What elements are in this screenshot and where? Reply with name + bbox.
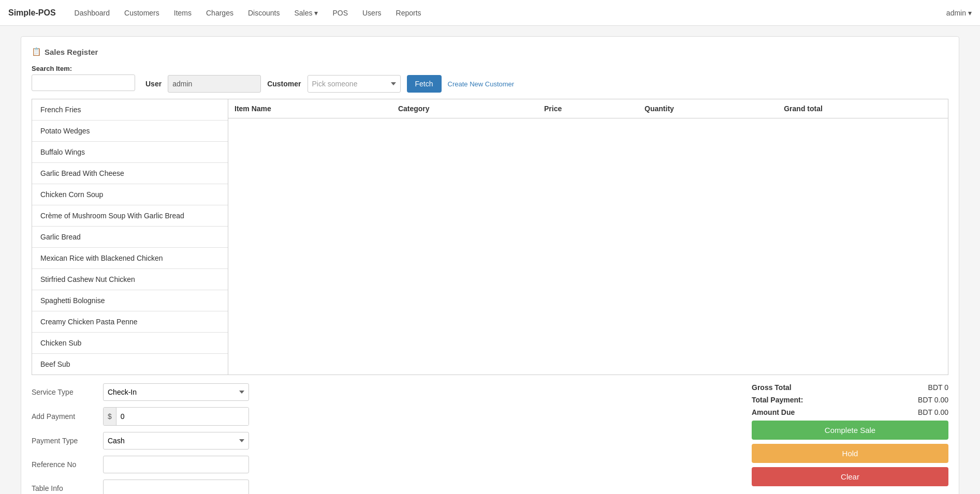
payment-amount-input[interactable]: 0 xyxy=(116,408,248,425)
total-payment-label: Total Payment: xyxy=(752,396,803,404)
brand-logo[interactable]: Simple-POS xyxy=(8,8,56,18)
list-item[interactable]: Garlic Bread xyxy=(32,227,228,248)
form-section: Service Type Check-In Take Away Delivery… xyxy=(32,383,249,494)
admin-label: admin xyxy=(946,9,966,17)
search-input[interactable] xyxy=(32,74,135,91)
nav-reports[interactable]: Reports xyxy=(390,6,428,20)
gross-total-row: Gross Total BDT 0 xyxy=(752,383,948,392)
items-table: Item Name Category Price Quantity Grand … xyxy=(228,99,948,118)
list-item[interactable]: Creamy Chicken Pasta Penne xyxy=(32,311,228,333)
total-payment-row: Total Payment: BDT 0.00 xyxy=(752,396,948,404)
payment-prefix-icon: $ xyxy=(104,408,116,425)
summary-section: Gross Total BDT 0 Total Payment: BDT 0.0… xyxy=(752,383,948,494)
col-grand-total: Grand total xyxy=(778,99,948,118)
list-item[interactable]: Stirfried Cashew Nut Chicken xyxy=(32,269,228,290)
table-info-input[interactable] xyxy=(103,480,249,494)
top-row: Search Item: User admin Customer Pick so… xyxy=(32,65,948,93)
service-type-select[interactable]: Check-In Take Away Delivery xyxy=(103,383,249,401)
user-field: admin xyxy=(168,75,261,93)
bottom-section: Service Type Check-In Take Away Delivery… xyxy=(32,383,948,494)
reference-no-row: Reference No xyxy=(32,456,249,473)
fetch-button[interactable]: Fetch xyxy=(407,75,442,93)
list-item[interactable]: Chicken Sub xyxy=(32,333,228,354)
hold-button[interactable]: Hold xyxy=(752,444,948,463)
list-item[interactable]: Spaghetti Bolognise xyxy=(32,290,228,311)
list-item[interactable]: Mexican Rice with Blackened Chicken xyxy=(32,248,228,269)
sales-register-panel: 📋 Sales Register Search Item: User admin… xyxy=(21,36,959,494)
list-item[interactable]: French Fries xyxy=(32,99,228,121)
list-item[interactable]: Buffalo Wings xyxy=(32,142,228,163)
customer-select[interactable]: Pick someone xyxy=(308,75,401,93)
create-customer-link[interactable]: Create New Customer xyxy=(448,80,515,88)
right-controls: User admin Customer Pick someone Fetch C… xyxy=(145,65,948,93)
admin-caret-icon: ▾ xyxy=(968,9,972,17)
items-table-area: Item Name Category Price Quantity Grand … xyxy=(228,99,948,375)
amount-due-value: BDT 0.00 xyxy=(918,408,948,416)
main-container: 📋 Sales Register Search Item: User admin… xyxy=(0,26,980,494)
total-payment-value: BDT 0.00 xyxy=(918,396,948,404)
navbar-right: admin ▾ xyxy=(946,9,972,17)
nav-users[interactable]: Users xyxy=(356,6,388,20)
list-item[interactable]: Beef Sub xyxy=(32,354,228,375)
nav-links: Dashboard Customers Items Charges Discou… xyxy=(68,6,946,20)
nav-charges[interactable]: Charges xyxy=(200,6,240,20)
sales-caret-icon: ▾ xyxy=(314,9,318,17)
add-payment-label: Add Payment xyxy=(32,412,99,421)
nav-items[interactable]: Items xyxy=(168,6,198,20)
nav-dashboard[interactable]: Dashboard xyxy=(68,6,116,20)
reference-no-input[interactable] xyxy=(103,456,249,473)
reference-no-label: Reference No xyxy=(32,460,99,469)
nav-discounts[interactable]: Discounts xyxy=(242,6,286,20)
register-icon: 📋 xyxy=(32,47,41,56)
search-section: Search Item: xyxy=(32,65,135,91)
nav-sales[interactable]: Sales ▾ xyxy=(288,6,324,20)
col-item-name: Item Name xyxy=(228,99,392,118)
user-label: User xyxy=(145,80,162,88)
list-item[interactable]: Garlic Bread With Cheese xyxy=(32,163,228,184)
service-type-label: Service Type xyxy=(32,388,99,396)
col-category: Category xyxy=(392,99,538,118)
service-type-row: Service Type Check-In Take Away Delivery xyxy=(32,383,249,401)
item-list[interactable]: French Fries Potato Wedges Buffalo Wings… xyxy=(32,99,228,375)
amount-due-row: Amount Due BDT 0.00 xyxy=(752,408,948,416)
content-area: French Fries Potato Wedges Buffalo Wings… xyxy=(32,99,948,375)
complete-sale-button[interactable]: Complete Sale xyxy=(752,421,948,440)
panel-title: 📋 Sales Register xyxy=(32,47,948,56)
add-payment-row: Add Payment $ 0 xyxy=(32,407,249,426)
payment-type-select[interactable]: Cash Card Online xyxy=(103,432,249,450)
admin-menu[interactable]: admin ▾ xyxy=(946,9,972,17)
navbar: Simple-POS Dashboard Customers Items Cha… xyxy=(0,0,980,26)
list-item[interactable]: Chicken Corn Soup xyxy=(32,184,228,205)
nav-pos[interactable]: POS xyxy=(326,6,354,20)
gross-total-label: Gross Total xyxy=(752,383,792,392)
payment-type-row: Payment Type Cash Card Online xyxy=(32,432,249,450)
table-empty-space xyxy=(228,118,948,375)
search-label: Search Item: xyxy=(32,65,135,72)
col-price: Price xyxy=(538,99,638,118)
gross-total-value: BDT 0 xyxy=(928,383,948,392)
list-item[interactable]: Crème of Mushroom Soup With Garlic Bread xyxy=(32,205,228,227)
clear-button[interactable]: Clear xyxy=(752,467,948,486)
payment-type-label: Payment Type xyxy=(32,437,99,445)
payment-input-group: $ 0 xyxy=(103,407,249,426)
amount-due-label: Amount Due xyxy=(752,408,795,416)
table-info-row: Table Info xyxy=(32,480,249,494)
customer-label: Customer xyxy=(267,80,301,88)
nav-customers[interactable]: Customers xyxy=(118,6,166,20)
table-info-label: Table Info xyxy=(32,484,99,492)
list-item[interactable]: Potato Wedges xyxy=(32,121,228,142)
col-quantity: Quantity xyxy=(638,99,778,118)
